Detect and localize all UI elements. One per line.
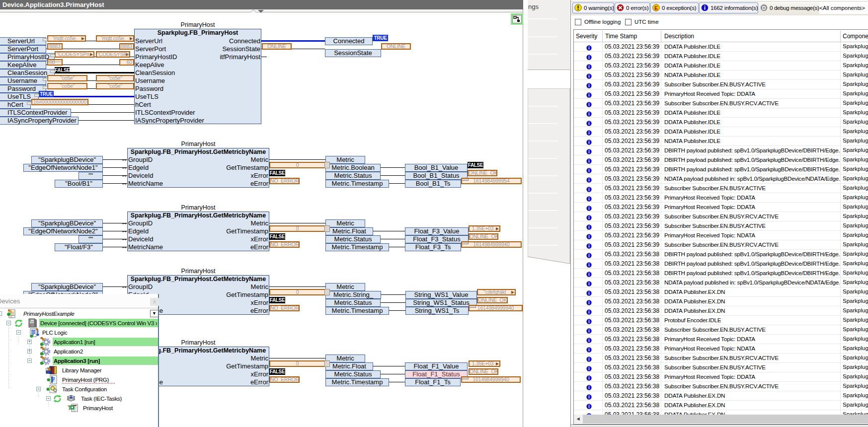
svg-text:D: D <box>762 5 766 11</box>
svg-text:E: E <box>654 5 658 11</box>
